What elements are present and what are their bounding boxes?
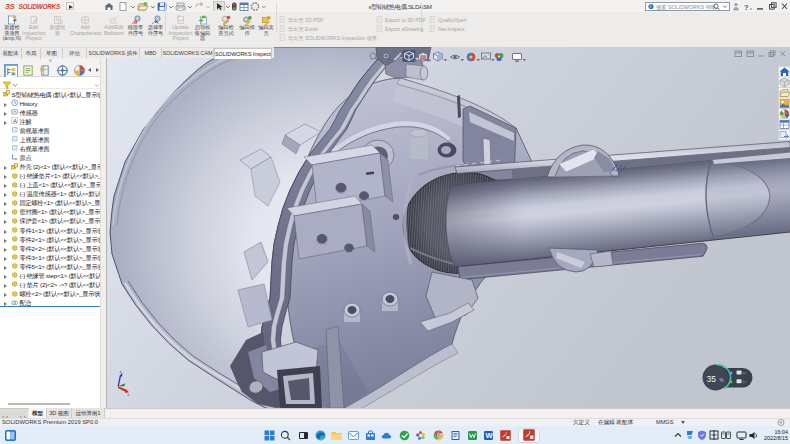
svg-text:ЗS: ЗS: [5, 2, 15, 11]
svg-text:z: z: [120, 369, 122, 374]
svg-text:35: 35: [707, 374, 717, 384]
svg-text:?: ?: [744, 3, 749, 12]
svg-text:SOLIDWORKS: SOLIDWORKS: [19, 3, 61, 10]
svg-text:A: A: [13, 118, 17, 124]
svg-text:W: W: [486, 431, 494, 440]
svg-text:x: x: [128, 392, 130, 397]
svg-text:i: i: [650, 4, 651, 9]
svg-text:fps: fps: [743, 380, 748, 384]
svg-text:fps: fps: [743, 371, 748, 375]
svg-text:%: %: [720, 378, 724, 383]
svg-text:搜索 SOLIDWORKS 帮助: 搜索 SOLIDWORKS 帮助: [656, 4, 716, 11]
